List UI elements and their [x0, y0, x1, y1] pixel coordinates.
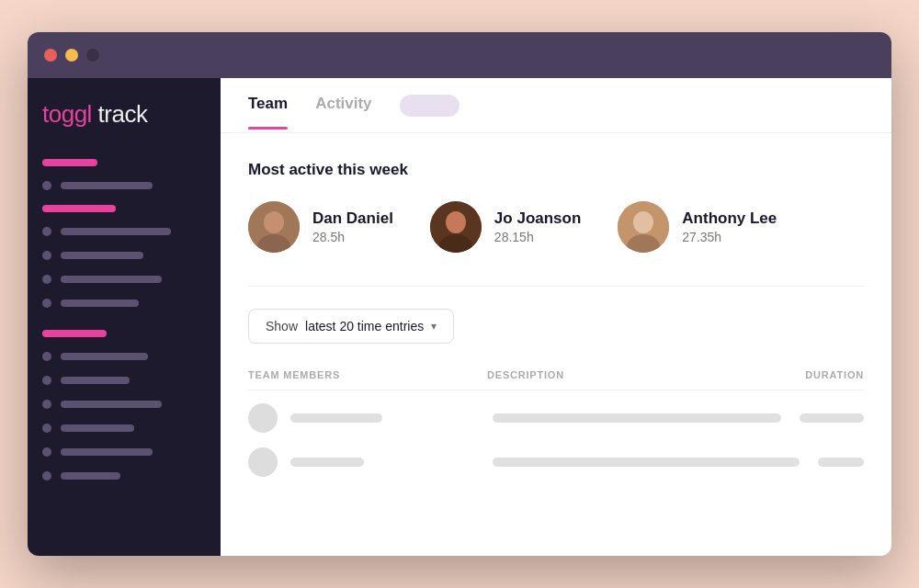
nav-bar: [61, 377, 130, 384]
user-name-dan: Dan Daniel: [312, 209, 393, 228]
tab-team[interactable]: Team: [248, 95, 288, 117]
nav-item[interactable]: [42, 200, 206, 217]
svg-point-4: [446, 211, 466, 233]
user-card-anthony: Anthony Lee 27.35h: [618, 201, 777, 253]
user-info-anthony: Anthony Lee 27.35h: [682, 209, 777, 244]
nav-bar: [61, 182, 153, 189]
nav-bar: [61, 252, 143, 259]
close-button[interactable]: [44, 49, 57, 62]
table-row: [248, 403, 864, 433]
nav-bar: [61, 448, 153, 456]
nav-bar: [61, 300, 139, 307]
nav-dot: [42, 424, 51, 433]
nav-bar: [42, 159, 97, 166]
nav-item[interactable]: [42, 419, 206, 437]
nav-item[interactable]: [42, 294, 206, 312]
nav-dot: [42, 227, 51, 236]
user-hours-jo: 28.15h: [494, 230, 581, 244]
table-header: TEAM MEMBERS DESCRIPTION DURATION: [248, 369, 864, 390]
avatar-anthony: [618, 201, 669, 253]
divider: [248, 286, 864, 287]
minimize-button[interactable]: [65, 49, 78, 62]
app-body: toggl track: [28, 78, 891, 556]
nav-item[interactable]: [42, 325, 206, 342]
tab-activity[interactable]: Activity: [315, 95, 371, 117]
nav-dot: [42, 275, 51, 284]
nav-dot: [42, 447, 51, 457]
nav-item[interactable]: [42, 395, 206, 413]
titlebar: [28, 32, 891, 78]
nav-item[interactable]: [42, 347, 206, 366]
nav-dot: [42, 181, 51, 190]
nav-item[interactable]: [42, 246, 206, 265]
nav-bar: [42, 330, 107, 337]
nav-dot: [42, 299, 51, 308]
section-title: Most active this week: [248, 161, 864, 179]
nav-item[interactable]: [42, 443, 206, 461]
avatar-dan: [248, 201, 300, 253]
sidebar: toggl track: [28, 78, 221, 556]
app-window: toggl track: [28, 32, 891, 556]
nav-dot: [42, 376, 51, 385]
tab-pill: [400, 95, 460, 117]
user-name-jo: Jo Joanson: [494, 209, 581, 228]
filter-button[interactable]: Show latest 20 time entries ▾: [248, 309, 454, 344]
svg-point-1: [264, 211, 284, 233]
filter-row: Show latest 20 time entries ▾: [248, 309, 864, 344]
row-name-bar: [290, 413, 382, 423]
avatar-jo: [430, 201, 482, 253]
nav-dot: [42, 352, 51, 361]
tabs-bar: Team Activity: [221, 78, 891, 133]
col-header-duration: DURATION: [754, 369, 864, 380]
nav-bar: [61, 276, 162, 283]
nav-bar: [61, 401, 162, 408]
active-users: Dan Daniel 28.5h: [248, 201, 864, 253]
user-hours-anthony: 27.35h: [682, 230, 777, 244]
filter-show-label: Show: [266, 319, 298, 334]
sidebar-nav: [42, 154, 206, 485]
row-dur-bar: [818, 458, 864, 467]
nav-dot: [42, 471, 51, 481]
user-info-jo: Jo Joanson 28.15h: [494, 209, 581, 244]
row-name-bar: [290, 458, 364, 467]
logo: toggl track: [42, 100, 206, 129]
nav-bar: [61, 424, 134, 432]
row-avatar: [248, 403, 278, 433]
user-hours-dan: 28.5h: [312, 230, 393, 244]
nav-item[interactable]: [42, 222, 206, 241]
main-content: Team Activity Most active this week: [221, 78, 891, 556]
nav-dot: [42, 251, 51, 260]
content-area: Most active this week Dan Daniel: [221, 133, 891, 556]
nav-item[interactable]: [42, 467, 206, 485]
nav-bar: [42, 205, 116, 212]
table-rows: [248, 403, 864, 477]
user-name-anthony: Anthony Lee: [682, 209, 777, 228]
filter-value: latest 20 time entries: [305, 319, 424, 334]
nav-item[interactable]: [42, 154, 206, 171]
fullscreen-button[interactable]: [86, 49, 99, 62]
chevron-down-icon: ▾: [431, 320, 437, 333]
user-card-dan: Dan Daniel 28.5h: [248, 201, 393, 253]
col-header-description: DESCRIPTION: [487, 369, 754, 380]
nav-item[interactable]: [42, 270, 206, 288]
user-card-jo: Jo Joanson 28.15h: [430, 201, 581, 253]
table-row: [248, 447, 864, 477]
nav-bar: [61, 472, 120, 480]
nav-bar: [61, 228, 171, 235]
row-desc-bar: [493, 413, 781, 423]
user-info-dan: Dan Daniel 28.5h: [312, 209, 393, 244]
logo-text: toggl track: [42, 100, 147, 128]
nav-item[interactable]: [42, 371, 206, 390]
nav-item[interactable]: [42, 176, 206, 195]
row-avatar: [248, 447, 278, 477]
row-dur-bar: [800, 413, 864, 423]
nav-dot: [42, 400, 51, 409]
nav-bar: [61, 353, 148, 360]
svg-point-7: [633, 211, 653, 233]
col-header-team: TEAM MEMBERS: [248, 369, 487, 380]
row-desc-bar: [493, 458, 800, 467]
